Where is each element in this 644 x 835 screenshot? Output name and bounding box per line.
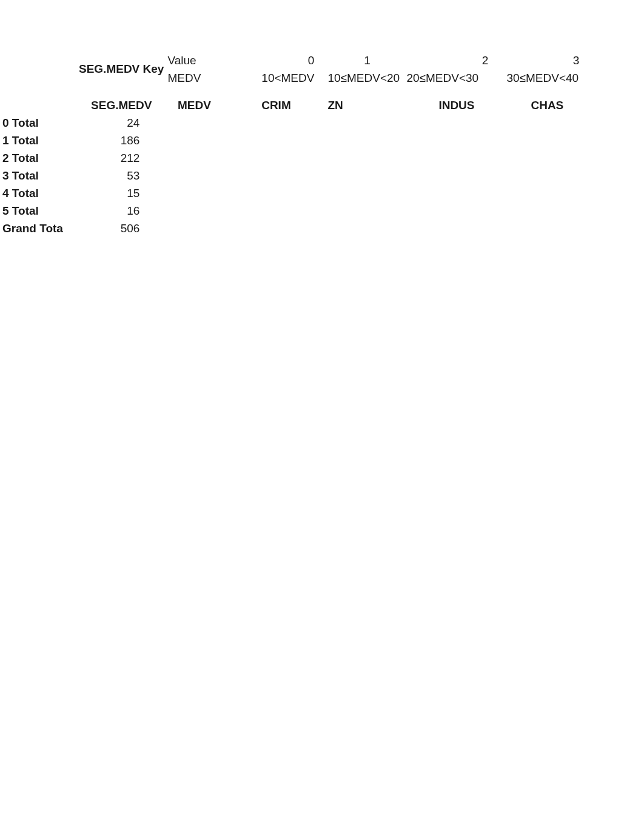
- key-range-0: 10<MEDV: [224, 69, 327, 87]
- row-label: 4 Total: [0, 184, 79, 202]
- col-medv: MEDV: [164, 96, 224, 114]
- table-row: 4 Total 15: [0, 184, 603, 202]
- table-row: 2 Total 212: [0, 149, 603, 167]
- data-table: SEG.MEDV Key Value 0 1 2 3 MEDV 10<MEDV …: [0, 52, 603, 237]
- col-crim: CRIM: [224, 96, 327, 114]
- row-value: 53: [79, 167, 164, 184]
- row-label: 0 Total: [0, 114, 79, 132]
- col-indus: INDUS: [406, 96, 506, 114]
- table-row: Grand Tota 506: [0, 220, 603, 237]
- col-segmedv: SEG.MEDV: [79, 96, 164, 114]
- table-row: 1 Total 186: [0, 132, 603, 149]
- key-header-row-1: SEG.MEDV Key Value 0 1 2 3: [0, 52, 603, 69]
- column-header-row: SEG.MEDV MEDV CRIM ZN INDUS CHAS: [0, 96, 603, 114]
- row-value: 186: [79, 132, 164, 149]
- key-col-3: 3: [506, 52, 603, 69]
- table-row: 5 Total 16: [0, 202, 603, 220]
- key-range-1: 10≤MEDV<20: [327, 69, 406, 87]
- spreadsheet-view: SEG.MEDV Key Value 0 1 2 3 MEDV 10<MEDV …: [0, 52, 644, 237]
- key-range-2: 20≤MEDV<30: [406, 69, 506, 87]
- row-value: 24: [79, 114, 164, 132]
- row-label: 2 Total: [0, 149, 79, 167]
- key-col-2: 2: [406, 52, 506, 69]
- key-label: SEG.MEDV Key: [79, 52, 164, 87]
- row-value: 15: [79, 184, 164, 202]
- key-value-label: Value: [164, 52, 224, 69]
- key-col-1: 1: [327, 52, 406, 69]
- row-label: 1 Total: [0, 132, 79, 149]
- row-label: 3 Total: [0, 167, 79, 184]
- row-value: 506: [79, 220, 164, 237]
- row-label: Grand Tota: [0, 220, 79, 237]
- table-row: 3 Total 53: [0, 167, 603, 184]
- row-value: 16: [79, 202, 164, 220]
- row-label: 5 Total: [0, 202, 79, 220]
- col-chas: CHAS: [506, 96, 603, 114]
- table-row: 0 Total 24: [0, 114, 603, 132]
- col-zn: ZN: [327, 96, 406, 114]
- row-value: 212: [79, 149, 164, 167]
- key-medv-label: MEDV: [164, 69, 224, 87]
- key-range-3: 30≤MEDV<40: [506, 69, 603, 87]
- key-col-0: 0: [224, 52, 327, 69]
